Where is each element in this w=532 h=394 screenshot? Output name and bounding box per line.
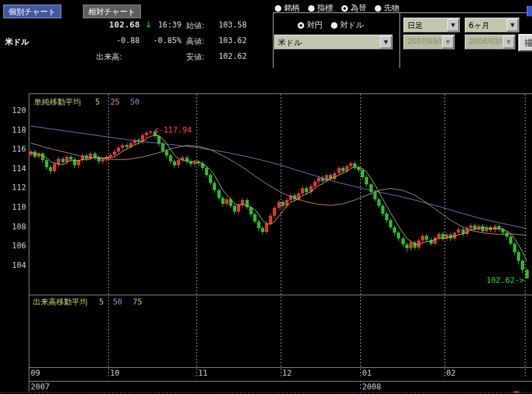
- peak-price-annotation: <-117.94: [154, 125, 192, 135]
- volume-legend-title: 出来高移動平均: [33, 297, 87, 306]
- candle-body: [393, 227, 396, 233]
- candle-body: [253, 214, 257, 221]
- candle-body: [405, 244, 409, 248]
- candle-body: [425, 236, 428, 240]
- month-tick-label: 11: [198, 369, 207, 378]
- price-tick-label: 108: [8, 222, 26, 231]
- candle-body: [309, 186, 313, 192]
- ma50-line: [31, 126, 527, 229]
- candle-body: [337, 168, 341, 172]
- candle-body: [45, 160, 48, 167]
- candle-body: [209, 175, 212, 183]
- candle-body: [41, 154, 44, 160]
- candle-body: [101, 159, 104, 161]
- price-tick-label: 110: [8, 203, 26, 212]
- candle-body: [469, 225, 473, 228]
- month-tick-label: 02: [446, 369, 456, 378]
- candle-body: [65, 157, 69, 163]
- candle-body: [205, 168, 208, 174]
- candle-body: [513, 244, 516, 252]
- candle-body: [473, 225, 477, 229]
- candle-body: [385, 214, 388, 220]
- candle-body: [121, 145, 124, 148]
- candle-body: [69, 157, 72, 159]
- candle-body: [505, 233, 509, 237]
- volume-period-50: 50: [113, 297, 122, 306]
- candle-body: [109, 155, 112, 157]
- candle-body: [369, 184, 373, 192]
- candle-body: [269, 216, 272, 223]
- candle-body: [389, 220, 392, 227]
- candle-body: [509, 237, 512, 243]
- month-tick-label: 09: [31, 369, 40, 378]
- candle-body: [301, 188, 304, 193]
- sma-period-25: 25: [110, 97, 119, 107]
- sma-period-50: 50: [130, 97, 139, 107]
- candle-body: [437, 234, 441, 238]
- candle-body: [229, 199, 232, 206]
- candle-body: [457, 229, 460, 233]
- chart-application-window: 個別チャート 相対チャート 米ドル 102.68 ↓ 16:39 始値: 103…: [0, 0, 532, 394]
- volume-period-5: 5: [99, 297, 104, 306]
- ma5-line: [31, 135, 527, 261]
- candle-body: [217, 190, 221, 198]
- price-tick-label: 114: [8, 164, 26, 173]
- candle-body: [273, 208, 276, 216]
- candle-body: [161, 144, 164, 150]
- last-price-annotation: 102.62->: [486, 276, 524, 285]
- candle-body: [481, 226, 484, 231]
- month-tick-label: 12: [282, 369, 291, 378]
- candle-body: [237, 205, 240, 212]
- candle-body: [113, 152, 116, 154]
- candle-body: [421, 236, 424, 240]
- price-tick-label: 120: [8, 106, 26, 115]
- candle-body: [377, 199, 381, 206]
- candle-body: [305, 188, 308, 192]
- candle-body: [341, 168, 345, 171]
- candle-body: [317, 178, 321, 182]
- price-tick-label: 118: [8, 125, 26, 135]
- month-tick-label: 10: [110, 369, 119, 378]
- candle-body: [433, 238, 437, 244]
- candle-body: [313, 182, 317, 186]
- year-tick-label: 2007: [31, 382, 50, 391]
- candle-body: [157, 136, 161, 144]
- candle-body: [462, 229, 465, 234]
- volume-period-75: 75: [133, 297, 142, 306]
- candle-body: [381, 206, 384, 214]
- candle-body: [277, 202, 281, 208]
- sma-period-5: 5: [95, 97, 100, 107]
- candle-body: [145, 133, 148, 135]
- price-tick-label: 106: [8, 241, 26, 250]
- candle-body: [281, 202, 285, 206]
- candle-body: [525, 270, 529, 279]
- sma-legend-title: 単純移動平均: [34, 97, 81, 107]
- candle-body: [261, 228, 264, 232]
- candle-body: [441, 234, 445, 238]
- candle-body: [257, 222, 260, 228]
- candle-body: [49, 167, 52, 171]
- candle-body: [233, 206, 236, 212]
- month-tick-label: 01: [362, 369, 371, 378]
- candle-body: [409, 242, 413, 248]
- candle-body: [177, 160, 180, 165]
- candle-body: [125, 145, 129, 147]
- candle-body: [365, 177, 368, 185]
- price-tick-label: 112: [8, 183, 26, 192]
- candle-body: [193, 162, 196, 164]
- year-tick-label: 2008: [362, 382, 381, 391]
- candle-body: [117, 148, 120, 152]
- candle-body: [401, 238, 405, 244]
- candle-body: [349, 163, 352, 166]
- candle-body: [221, 198, 225, 204]
- candle-body: [165, 151, 168, 156]
- candle-body: [265, 223, 268, 232]
- candle-body: [149, 131, 152, 132]
- candle-body: [53, 164, 56, 171]
- chart-canvas[interactable]: [0, 0, 532, 394]
- candle-body: [353, 163, 356, 167]
- candle-body: [521, 261, 524, 269]
- price-tick-label: 104: [8, 261, 26, 270]
- candle-body: [61, 159, 65, 163]
- candle-body: [213, 183, 216, 191]
